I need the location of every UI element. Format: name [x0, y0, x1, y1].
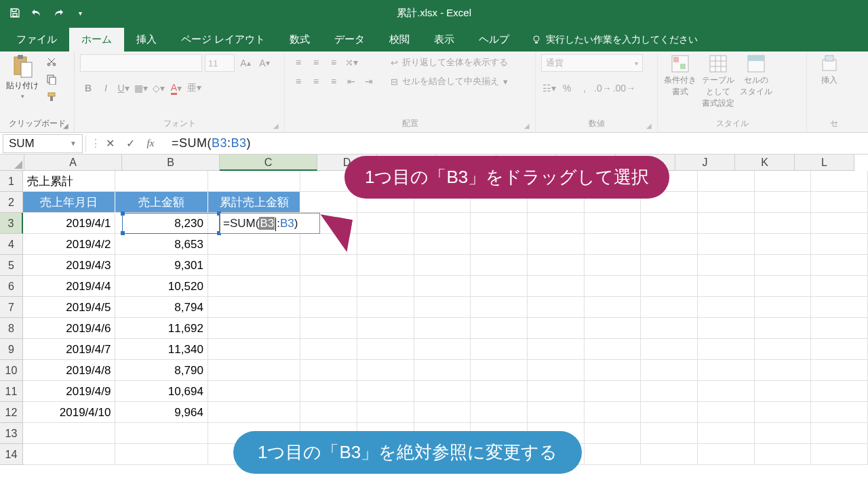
row-header-14[interactable]: 14 — [0, 444, 23, 465]
cell[interactable] — [208, 234, 300, 255]
qat-customize-icon[interactable]: ▾ — [71, 3, 90, 22]
row-header-11[interactable]: 11 — [0, 381, 23, 402]
cell[interactable] — [414, 213, 471, 234]
cell[interactable] — [698, 381, 755, 402]
insert-cells-button[interactable]: 挿入 — [812, 54, 846, 86]
align-middle-button[interactable]: ≡ — [308, 54, 324, 70]
cell[interactable] — [357, 381, 414, 402]
dialog-launcher-icon[interactable]: ◢ — [273, 122, 279, 129]
cell[interactable] — [300, 276, 357, 297]
decrease-indent-button[interactable]: ⇤ — [343, 73, 359, 89]
row-header-12[interactable]: 12 — [0, 402, 23, 423]
header-cumulative[interactable]: 累計売上金額 — [208, 192, 300, 213]
cell[interactable] — [811, 213, 868, 234]
cell[interactable] — [471, 213, 528, 234]
cell-amount[interactable]: 8,794 — [115, 297, 208, 318]
align-right-button[interactable]: ≡ — [326, 73, 342, 89]
cell[interactable] — [414, 255, 471, 276]
cell[interactable] — [471, 339, 528, 360]
cell[interactable] — [414, 360, 471, 381]
format-painter-button[interactable] — [43, 89, 60, 104]
cancel-formula-button[interactable]: ✕ — [100, 134, 120, 153]
cell[interactable] — [300, 318, 357, 339]
cell[interactable] — [528, 213, 585, 234]
cell[interactable] — [300, 360, 357, 381]
cell[interactable] — [585, 297, 642, 318]
cell[interactable] — [208, 171, 300, 192]
cell[interactable] — [811, 297, 868, 318]
cell[interactable] — [811, 255, 868, 276]
align-top-button[interactable]: ≡ — [290, 54, 307, 70]
cell[interactable] — [755, 276, 812, 297]
cell[interactable] — [811, 444, 868, 465]
cell[interactable] — [585, 255, 642, 276]
cell[interactable] — [698, 360, 755, 381]
cell[interactable] — [641, 402, 698, 423]
cell-date[interactable]: 2019/4/4 — [23, 276, 115, 297]
cell[interactable] — [414, 234, 471, 255]
cell[interactable] — [641, 318, 698, 339]
row-header-6[interactable]: 6 — [0, 276, 23, 297]
cell[interactable] — [528, 234, 585, 255]
cell[interactable] — [528, 255, 585, 276]
col-header-C[interactable]: C — [220, 155, 317, 171]
cell[interactable] — [641, 444, 698, 465]
cell[interactable] — [414, 339, 471, 360]
cell[interactable] — [698, 255, 755, 276]
cell[interactable] — [414, 381, 471, 402]
cell[interactable] — [641, 339, 698, 360]
row-header-8[interactable]: 8 — [0, 318, 23, 339]
accounting-format-button[interactable]: ☷▾ — [541, 80, 557, 96]
increase-font-button[interactable]: A▴ — [237, 55, 254, 71]
cell-date[interactable]: 2019/4/7 — [23, 339, 115, 360]
cell[interactable] — [471, 318, 528, 339]
cell[interactable] — [755, 171, 812, 192]
cell[interactable] — [641, 234, 698, 255]
cell[interactable] — [755, 192, 812, 213]
cell[interactable] — [641, 255, 698, 276]
header-date[interactable]: 売上年月日 — [23, 192, 115, 213]
tab-review[interactable]: 校閲 — [377, 28, 422, 52]
cell[interactable] — [811, 360, 868, 381]
formula-input[interactable]: =SUM(B3:B3) — [165, 136, 868, 150]
col-header-L[interactable]: L — [795, 155, 854, 171]
cell[interactable] — [300, 402, 357, 423]
cell[interactable] — [755, 444, 812, 465]
cell[interactable] — [471, 297, 528, 318]
cell[interactable] — [698, 213, 755, 234]
cell[interactable] — [471, 234, 528, 255]
cell[interactable] — [698, 339, 755, 360]
cell[interactable] — [300, 381, 357, 402]
cell[interactable] — [357, 255, 414, 276]
align-center-button[interactable]: ≡ — [308, 73, 324, 89]
active-cell-editor[interactable]: =SUM(B3:B3) — [220, 213, 320, 234]
cell[interactable] — [471, 402, 528, 423]
cell[interactable] — [357, 402, 414, 423]
cell[interactable] — [641, 360, 698, 381]
cell[interactable] — [357, 213, 414, 234]
cell[interactable] — [300, 339, 357, 360]
cell-date[interactable]: 2019/4/6 — [23, 318, 115, 339]
cell[interactable] — [357, 318, 414, 339]
dialog-launcher-icon[interactable]: ◢ — [63, 122, 68, 129]
cell[interactable] — [698, 297, 755, 318]
cell[interactable] — [300, 192, 357, 213]
decrease-font-button[interactable]: A▾ — [256, 55, 273, 71]
cell[interactable] — [641, 213, 698, 234]
format-as-table-button[interactable]: テーブルとして 書式設定 — [701, 54, 735, 109]
cell-date[interactable]: 2019/4/9 — [23, 381, 115, 402]
cell-styles-button[interactable]: セルの スタイル — [739, 54, 773, 98]
cell[interactable] — [471, 255, 528, 276]
cell[interactable] — [585, 423, 642, 444]
number-format-combo[interactable]: 通貨▾ — [541, 54, 643, 72]
tab-page-layout[interactable]: ページ レイアウト — [169, 28, 277, 52]
row-header-4[interactable]: 4 — [0, 234, 23, 255]
cell[interactable] — [208, 381, 300, 402]
cell[interactable] — [641, 381, 698, 402]
cell[interactable] — [585, 339, 642, 360]
fill-color-button[interactable]: ◇▾ — [151, 80, 167, 96]
align-bottom-button[interactable]: ≡ — [326, 54, 342, 70]
cell[interactable] — [811, 234, 868, 255]
cell-amount[interactable]: 8,790 — [115, 360, 208, 381]
cell[interactable] — [755, 255, 812, 276]
